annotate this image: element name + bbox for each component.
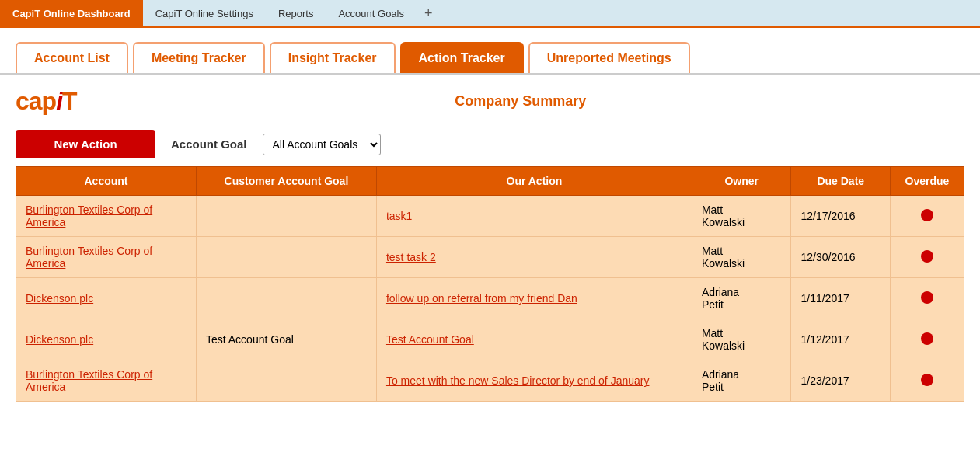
cell-owner: Matt Kowalski <box>692 319 791 360</box>
cell-due-date: 1/12/2017 <box>791 319 891 360</box>
top-nav-plus[interactable]: + <box>417 0 441 26</box>
new-action-button[interactable]: New Action <box>16 130 155 158</box>
overdue-indicator <box>921 332 933 345</box>
company-summary: Company Summary <box>77 93 964 110</box>
tab-bar: Account List Meeting Tracker Insight Tra… <box>0 28 980 75</box>
cell-due-date: 1/23/2017 <box>791 360 891 402</box>
cell-customer-goal <box>196 237 376 278</box>
cell-our-action: task1 <box>376 196 692 237</box>
action-table: Account Customer Account Goal Our Action… <box>16 166 964 402</box>
cell-overdue <box>891 196 964 237</box>
cell-account: Burlington Textiles Corp of America <box>16 237 197 278</box>
col-header-customer-goal: Customer Account Goal <box>196 167 376 196</box>
cell-overdue <box>891 319 964 360</box>
cell-due-date: 12/17/2016 <box>791 196 891 237</box>
cell-owner: Matt Kowalski <box>692 237 791 278</box>
cell-our-action: Test Account Goal <box>376 319 692 360</box>
cell-customer-goal <box>196 196 376 237</box>
cell-due-date: 12/30/2016 <box>791 237 891 278</box>
cell-owner: Adriana Petit <box>692 360 791 402</box>
cell-our-action: To meet with the new Sales Director by e… <box>376 360 692 402</box>
table-row: Burlington Textiles Corp of Americatest … <box>16 237 964 278</box>
cell-overdue <box>891 278 964 319</box>
col-header-due-date: Due Date <box>791 167 891 196</box>
overdue-indicator <box>921 291 933 304</box>
overdue-indicator <box>921 250 933 263</box>
logo: capiT <box>16 87 77 116</box>
table-row: Burlington Textiles Corp of AmericaTo me… <box>16 360 964 402</box>
table-row: Burlington Textiles Corp of Americatask1… <box>16 196 964 237</box>
top-nav-item-account-goals[interactable]: Account Goals <box>326 0 417 26</box>
cell-overdue <box>891 360 964 402</box>
tab-unreported-meetings[interactable]: Unreported Meetings <box>528 42 690 73</box>
cell-account: Dickenson plc <box>16 278 197 319</box>
account-link[interactable]: Burlington Textiles Corp of America <box>26 204 152 228</box>
col-header-our-action: Our Action <box>376 167 692 196</box>
cell-our-action: test task 2 <box>376 237 692 278</box>
top-nav-item-settings[interactable]: CapiT Online Settings <box>143 0 266 26</box>
account-link[interactable]: Dickenson plc <box>26 333 93 346</box>
cell-customer-goal <box>196 278 376 319</box>
overdue-indicator <box>921 209 933 221</box>
cell-owner: Matt Kowalski <box>692 196 791 237</box>
cell-customer-goal <box>196 360 376 402</box>
cell-customer-goal: Test Account Goal <box>196 319 376 360</box>
overdue-indicator <box>921 374 933 386</box>
action-link[interactable]: task1 <box>386 210 412 222</box>
cell-account: Burlington Textiles Corp of America <box>16 196 197 237</box>
table-row: Dickenson plcfollow up on referral from … <box>16 278 964 319</box>
cell-account: Dickenson plc <box>16 319 197 360</box>
tab-meeting-tracker[interactable]: Meeting Tracker <box>133 42 265 73</box>
tab-account-list[interactable]: Account List <box>16 42 128 73</box>
action-link[interactable]: To meet with the new Sales Director by e… <box>386 374 650 387</box>
col-header-overdue: Overdue <box>891 167 964 196</box>
account-goal-select[interactable]: All Account Goals Test Account Goal <box>263 134 381 155</box>
account-goal-label: Account Goal <box>171 138 247 151</box>
account-link[interactable]: Dickenson plc <box>26 292 93 305</box>
top-nav-item-dashboard[interactable]: CapiT Online Dashboard <box>0 0 143 26</box>
cell-owner: Adriana Petit <box>692 278 791 319</box>
action-link[interactable]: follow up on referral from my friend Dan <box>386 292 577 305</box>
table-row: Dickenson plcTest Account GoalTest Accou… <box>16 319 964 360</box>
cell-account: Burlington Textiles Corp of America <box>16 360 197 402</box>
table-header-row: Account Customer Account Goal Our Action… <box>16 167 964 196</box>
toolbar: New Action Account Goal All Account Goal… <box>0 122 980 166</box>
col-header-owner: Owner <box>692 167 791 196</box>
cell-due-date: 1/11/2017 <box>791 278 891 319</box>
tab-insight-tracker[interactable]: Insight Tracker <box>270 42 396 73</box>
account-link[interactable]: Burlington Textiles Corp of America <box>26 368 152 393</box>
action-link[interactable]: test task 2 <box>386 251 436 263</box>
account-link[interactable]: Burlington Textiles Corp of America <box>26 245 152 270</box>
top-nav: CapiT Online Dashboard CapiT Online Sett… <box>0 0 980 28</box>
header-area: capiT Company Summary <box>0 75 980 122</box>
tab-action-tracker[interactable]: Action Tracker <box>400 42 524 73</box>
cell-our-action: follow up on referral from my friend Dan <box>376 278 692 319</box>
col-header-account: Account <box>16 167 197 196</box>
action-link[interactable]: Test Account Goal <box>386 333 474 346</box>
cell-overdue <box>891 237 964 278</box>
top-nav-item-reports[interactable]: Reports <box>266 0 326 26</box>
